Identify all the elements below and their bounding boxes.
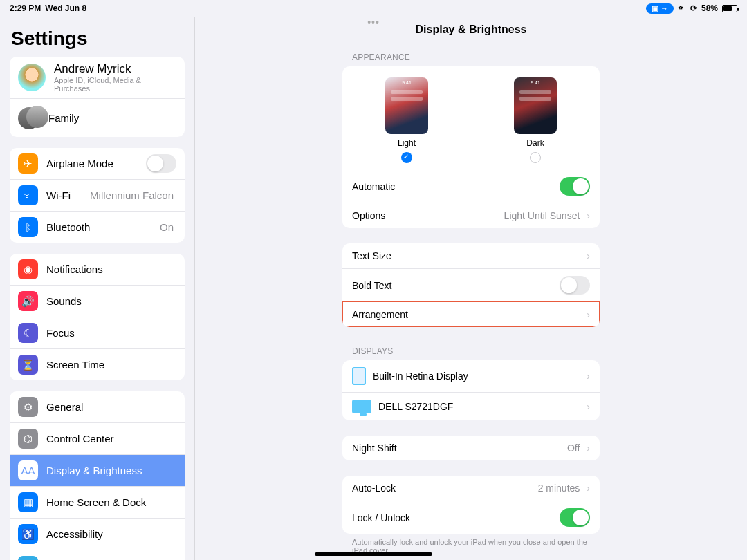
- lockunlock-toggle[interactable]: [560, 508, 590, 527]
- appearance-option-light[interactable]: Light: [385, 77, 428, 163]
- detail-title: Display & Brightness: [195, 17, 747, 48]
- ipad-icon: [352, 367, 366, 385]
- settings-title: Settings: [10, 24, 185, 57]
- moon-icon: ☾: [18, 323, 38, 343]
- row-builtin-display[interactable]: Built-In Retina Display ›: [342, 360, 600, 392]
- sidebar-item-display[interactable]: AA Display & Brightness: [10, 454, 185, 486]
- profile-sub: Apple ID, iCloud, Media & Purchases: [54, 76, 176, 93]
- chevron-right-icon: ›: [587, 483, 590, 494]
- accessibility-icon: ♿: [18, 524, 38, 544]
- sidebar-item-airplane[interactable]: ✈ Airplane Mode: [10, 148, 185, 179]
- sidebar-item-screentime[interactable]: ⏳ Screen Time: [10, 348, 185, 380]
- row-nightshift[interactable]: Night Shift Off ›: [342, 436, 600, 460]
- wifi-icon: ᯤ: [678, 3, 686, 13]
- chevron-right-icon: ›: [587, 210, 590, 221]
- chevron-right-icon: ›: [587, 371, 590, 382]
- sliders-icon: ⌬: [18, 429, 38, 449]
- sidebar-item-notifications[interactable]: ◉ Notifications: [10, 254, 185, 285]
- detail-pane: Display & Brightness APPEARANCE Light Da…: [195, 17, 747, 560]
- sidebar-item-bluetooth[interactable]: ᛒ Bluetooth On: [10, 211, 185, 243]
- sidebar-item-wifi[interactable]: ᯤ Wi-Fi Millennium Falcon: [10, 179, 185, 211]
- sidebar-item-wallpaper[interactable]: ❀ Wallpaper: [10, 550, 185, 560]
- family-avatars-icon: [18, 107, 40, 129]
- sidebar-item-sounds[interactable]: 🔊 Sounds: [10, 285, 185, 317]
- sidebar-item-homescreen[interactable]: ▦ Home Screen & Dock: [10, 486, 185, 518]
- sidebar-item-general[interactable]: ⚙ General: [10, 391, 185, 422]
- grid-icon: ▦: [18, 492, 38, 512]
- status-time: 2:29 PM: [10, 3, 41, 13]
- sidebar: Settings Andrew Myrick Apple ID, iCloud,…: [0, 17, 195, 560]
- orientation-lock-icon: ⟳: [690, 3, 697, 13]
- battery-icon: [722, 5, 737, 12]
- chevron-right-icon: ›: [587, 309, 590, 320]
- row-options[interactable]: Options Light Until Sunset ›: [342, 203, 600, 228]
- status-date: Wed Jun 8: [45, 3, 86, 13]
- sidebar-item-family[interactable]: Family: [10, 98, 185, 137]
- appearance-option-dark[interactable]: Dark: [514, 77, 557, 163]
- boldtext-toggle[interactable]: [560, 276, 590, 295]
- textsize-icon: AA: [18, 460, 38, 480]
- speaker-icon: 🔊: [18, 291, 38, 311]
- row-textsize[interactable]: Text Size ›: [342, 243, 600, 268]
- chevron-right-icon: ›: [587, 401, 590, 412]
- wifi-icon: ᯤ: [18, 185, 38, 205]
- status-bar: 2:29 PM Wed Jun 8 ▣ → ᯤ ⟳ 58%: [0, 0, 747, 17]
- chevron-right-icon: ›: [587, 442, 590, 454]
- radio-light[interactable]: [401, 152, 412, 163]
- avatar: [18, 64, 46, 91]
- multitask-dots-icon[interactable]: •••: [367, 17, 380, 28]
- bluetooth-icon: ᛒ: [18, 217, 38, 237]
- bell-icon: ◉: [18, 259, 38, 279]
- sidebar-item-accessibility[interactable]: ♿ Accessibility: [10, 518, 185, 550]
- row-arrangement[interactable]: Arrangement ›: [342, 301, 600, 327]
- row-autolock[interactable]: Auto-Lock 2 minutes ›: [342, 476, 600, 501]
- radio-dark[interactable]: [530, 152, 541, 163]
- flower-icon: ❀: [18, 556, 38, 560]
- light-thumbnail: [385, 77, 428, 134]
- screen-mirror-pill[interactable]: ▣ →: [646, 3, 674, 14]
- battery-pct: 58%: [701, 3, 718, 13]
- monitor-icon: [352, 400, 371, 413]
- hourglass-icon: ⏳: [18, 355, 38, 375]
- row-boldtext[interactable]: Bold Text: [342, 268, 600, 301]
- automatic-toggle[interactable]: [560, 177, 590, 196]
- sidebar-item-controlcenter[interactable]: ⌬ Control Center: [10, 422, 185, 454]
- dark-thumbnail: [514, 77, 557, 134]
- section-header-displays: DISPLAYS: [342, 342, 600, 360]
- sidebar-item-appleid[interactable]: Andrew Myrick Apple ID, iCloud, Media & …: [10, 57, 185, 98]
- section-header-appearance: APPEARANCE: [342, 48, 600, 66]
- sidebar-item-focus[interactable]: ☾ Focus: [10, 317, 185, 348]
- gear-icon: ⚙: [18, 397, 38, 417]
- profile-name: Andrew Myrick: [54, 62, 176, 76]
- airplane-toggle[interactable]: [146, 154, 176, 173]
- airplane-icon: ✈: [18, 153, 38, 174]
- row-automatic[interactable]: Automatic: [342, 170, 600, 203]
- row-external-display[interactable]: DELL S2721DGF ›: [342, 392, 600, 420]
- chevron-right-icon: ›: [587, 250, 590, 261]
- row-lockunlock[interactable]: Lock / Unlock: [342, 501, 600, 534]
- home-indicator[interactable]: [315, 552, 432, 556]
